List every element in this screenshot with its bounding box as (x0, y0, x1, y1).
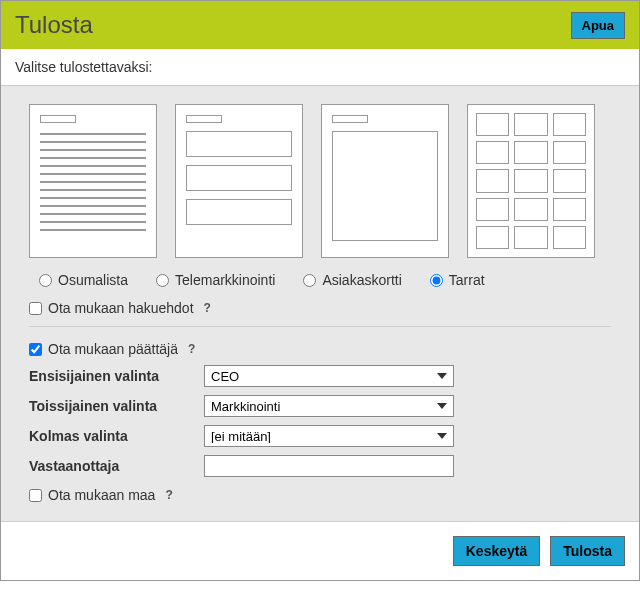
checkbox-paattaja-label[interactable]: Ota mukaan päättäjä (48, 341, 178, 357)
radio-osumalista[interactable] (39, 274, 52, 287)
checkbox-paattaja[interactable] (29, 343, 42, 356)
help-icon[interactable]: ? (165, 488, 172, 502)
checkbox-maa-label[interactable]: Ota mukaan maa (48, 487, 155, 503)
subtitle-text: Valitse tulostettavaksi: (1, 49, 639, 86)
label-ensisijainen: Ensisijainen valinta (29, 368, 204, 384)
thumbnail-tarrat[interactable] (467, 104, 595, 258)
radio-asiakaskortti[interactable] (303, 274, 316, 287)
radio-tarrat[interactable] (430, 274, 443, 287)
radio-telemarkkinointi[interactable] (156, 274, 169, 287)
radio-asiakaskortti-label[interactable]: Asiakaskortti (322, 272, 401, 288)
form-section: Ota mukaan päättäjä ? Ensisijainen valin… (15, 341, 625, 503)
divider (29, 326, 611, 327)
checkbox-hakuehdot-label[interactable]: Ota mukaan hakuehdot (48, 300, 194, 316)
dialog-content: Osumalista Telemarkkinointi Asiakaskortt… (1, 86, 639, 521)
label-kolmas: Kolmas valinta (29, 428, 204, 444)
print-type-radios: Osumalista Telemarkkinointi Asiakaskortt… (15, 272, 625, 288)
select-ensisijainen[interactable]: CEO (204, 365, 454, 387)
select-toissijainen[interactable]: Markkinointi (204, 395, 454, 417)
cancel-button[interactable]: Keskeytä (453, 536, 541, 566)
print-dialog: Tulosta Apua Valitse tulostettavaksi: (0, 0, 640, 581)
radio-osumalista-label[interactable]: Osumalista (58, 272, 128, 288)
dialog-header: Tulosta Apua (1, 1, 639, 49)
checkbox-hakuehdot[interactable] (29, 302, 42, 315)
dialog-title: Tulosta (15, 11, 93, 39)
help-button[interactable]: Apua (571, 12, 626, 39)
radio-telemarkkinointi-label[interactable]: Telemarkkinointi (175, 272, 275, 288)
help-icon[interactable]: ? (204, 301, 211, 315)
print-type-thumbnails (15, 104, 625, 258)
thumbnail-asiakaskortti[interactable] (321, 104, 449, 258)
thumbnail-telemarkkinointi[interactable] (175, 104, 303, 258)
label-vastaanottaja: Vastaanottaja (29, 458, 204, 474)
checkbox-maa[interactable] (29, 489, 42, 502)
help-icon[interactable]: ? (188, 342, 195, 356)
label-toissijainen: Toissijainen valinta (29, 398, 204, 414)
select-kolmas[interactable]: [ei mitään] (204, 425, 454, 447)
thumbnail-osumalista[interactable] (29, 104, 157, 258)
radio-tarrat-label[interactable]: Tarrat (449, 272, 485, 288)
dialog-footer: Keskeytä Tulosta (1, 521, 639, 580)
print-button[interactable]: Tulosta (550, 536, 625, 566)
input-vastaanottaja[interactable] (204, 455, 454, 477)
